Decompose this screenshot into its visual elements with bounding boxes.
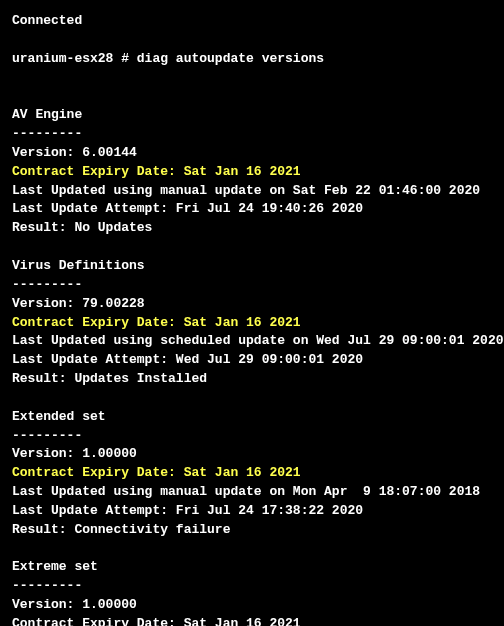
connection-status: Connected [12, 12, 492, 31]
last-attempt-line: Last Update Attempt: Fri Jul 24 17:38:22… [12, 502, 492, 521]
section-title: Extreme set [12, 558, 492, 577]
command-prompt: uranium-esx28 # diag autoupdate versions [12, 50, 492, 69]
version-line: Version: 1.00000 [12, 445, 492, 464]
divider: --------- [12, 276, 492, 295]
divider: --------- [12, 125, 492, 144]
last-updated-line: Last Updated using manual update on Mon … [12, 483, 492, 502]
terminal-output: Connecteduranium-esx28 # diag autoupdate… [12, 12, 492, 626]
section-title: Virus Definitions [12, 257, 492, 276]
section-title: AV Engine [12, 106, 492, 125]
divider: --------- [12, 427, 492, 446]
contract-expiry-line: Contract Expiry Date: Sat Jan 16 2021 [12, 464, 492, 483]
section-title: Extended set [12, 408, 492, 427]
contract-expiry-line: Contract Expiry Date: Sat Jan 16 2021 [12, 163, 492, 182]
result-line: Result: Updates Installed [12, 370, 492, 389]
version-line: Version: 1.00000 [12, 596, 492, 615]
version-line: Version: 79.00228 [12, 295, 492, 314]
result-line: Result: No Updates [12, 219, 492, 238]
result-line: Result: Connectivity failure [12, 521, 492, 540]
last-updated-line: Last Updated using scheduled update on W… [12, 332, 492, 351]
last-attempt-line: Last Update Attempt: Fri Jul 24 19:40:26… [12, 200, 492, 219]
last-attempt-line: Last Update Attempt: Wed Jul 29 09:00:01… [12, 351, 492, 370]
divider: --------- [12, 577, 492, 596]
version-line: Version: 6.00144 [12, 144, 492, 163]
contract-expiry-line: Contract Expiry Date: Sat Jan 16 2021 [12, 615, 492, 626]
last-updated-line: Last Updated using manual update on Sat … [12, 182, 492, 201]
contract-expiry-line: Contract Expiry Date: Sat Jan 16 2021 [12, 314, 492, 333]
